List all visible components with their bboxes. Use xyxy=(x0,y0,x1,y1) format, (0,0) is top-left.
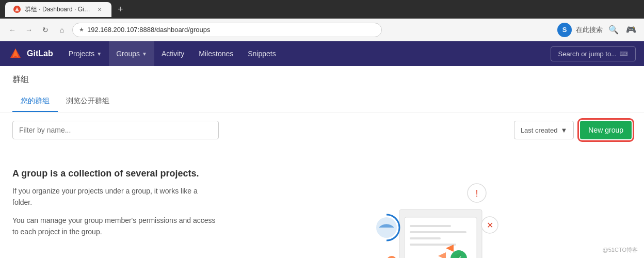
user-profile-button[interactable]: S xyxy=(557,23,572,37)
sort-dropdown[interactable]: Last created ▼ xyxy=(514,121,574,139)
main-area: A group is a collection of several proje… xyxy=(0,148,644,258)
content-heading: A group is a collection of several proje… xyxy=(12,168,219,179)
nav-snippets[interactable]: Snippets xyxy=(240,41,283,66)
projects-dropdown-icon: ▼ xyxy=(96,51,102,57)
tab-close-button[interactable]: ✕ xyxy=(96,6,103,13)
tab-public-groups[interactable]: 浏览公开群组 xyxy=(58,91,118,112)
address-bar[interactable]: ★ 192.168.200.107:8888/dashboard/groups xyxy=(72,23,382,37)
game-button[interactable]: 🎮 xyxy=(624,23,638,37)
browser-chrome: 群组 · Dashboard · GitLab ✕ + xyxy=(0,0,644,19)
nav-activity-label: Activity xyxy=(162,50,184,58)
svg-rect-8 xyxy=(410,237,441,239)
profile-dropdown-text: 在此搜索 xyxy=(576,25,603,35)
watermark: @51CTO博客 xyxy=(603,246,638,254)
search-jump-button[interactable]: Search or jump to... ⌨ xyxy=(551,46,636,61)
svg-rect-7 xyxy=(410,231,466,233)
content-toolbar: Last created ▼ New group xyxy=(0,112,644,148)
nav-groups[interactable]: Groups ▼ xyxy=(109,41,154,66)
sort-dropdown-icon: ▼ xyxy=(560,126,567,134)
page-header: 群组 您的群组 浏览公开群组 xyxy=(0,66,644,112)
browser-tab[interactable]: 群组 · Dashboard · GitLab ✕ xyxy=(5,2,111,17)
browser-actions: S 在此搜索 🔍 🎮 xyxy=(557,23,638,37)
gitlab-logo[interactable]: GitLab xyxy=(8,46,53,61)
content-description: A group is a collection of several proje… xyxy=(12,168,219,244)
tab-your-groups-label: 您的群组 xyxy=(21,96,50,105)
content-para2: You can manage your group member's permi… xyxy=(12,215,219,238)
nav-groups-label: Groups xyxy=(116,50,140,58)
filter-input[interactable] xyxy=(12,121,219,139)
sort-label: Last created xyxy=(521,126,558,134)
search-shortcut-icon: ⌨ xyxy=(620,51,628,57)
gitlab-favicon xyxy=(13,6,21,13)
svg-text:✓: ✓ xyxy=(456,254,462,258)
gitlab-logo-text: GitLab xyxy=(27,49,53,58)
svg-marker-0 xyxy=(15,7,19,11)
forward-button[interactable]: → xyxy=(23,24,35,36)
browser-toolbar: ← → ↻ ⌂ ★ 192.168.200.107:8888/dashboard… xyxy=(0,19,644,41)
page-title: 群组 xyxy=(12,74,632,85)
url-text: 192.168.200.107:8888/dashboard/groups xyxy=(87,26,211,34)
nav-projects-label: Projects xyxy=(69,50,95,58)
gitlab-logo-icon xyxy=(8,46,23,61)
svg-point-20 xyxy=(387,256,397,258)
search-browser-button[interactable]: 🔍 xyxy=(607,23,620,37)
refresh-button[interactable]: ↻ xyxy=(39,24,52,36)
search-jump-label: Search or jump to... xyxy=(558,50,617,58)
nav-snippets-label: Snippets xyxy=(248,50,276,58)
illustration-area: ! ✓ ✕ xyxy=(239,168,632,258)
tab-public-groups-label: 浏览公开群组 xyxy=(66,96,109,105)
groups-illustration: ! ✓ ✕ xyxy=(358,168,513,258)
groups-dropdown-icon: ▼ xyxy=(142,51,147,57)
lock-icon: ★ xyxy=(79,26,84,33)
home-button[interactable]: ⌂ xyxy=(56,24,68,36)
nav-projects[interactable]: Projects ▼ xyxy=(61,41,109,66)
tab-your-groups[interactable]: 您的群组 xyxy=(12,91,58,112)
svg-text:!: ! xyxy=(475,188,478,199)
svg-text:✕: ✕ xyxy=(487,221,493,230)
nav-activity[interactable]: Activity xyxy=(154,41,191,66)
tab-title: 群组 · Dashboard · GitLab xyxy=(25,5,92,14)
content-para1: If you organize your projects under a gr… xyxy=(12,185,219,208)
new-group-button[interactable]: New group xyxy=(580,121,632,139)
svg-rect-6 xyxy=(410,225,451,227)
back-button[interactable]: ← xyxy=(6,24,19,36)
page-content: 群组 您的群组 浏览公开群组 Last created ▼ New group … xyxy=(0,66,644,258)
gitlab-navbar: GitLab Projects ▼ Groups ▼ Activity Mile… xyxy=(0,41,644,66)
nav-milestones-label: Milestones xyxy=(199,50,233,58)
svg-rect-9 xyxy=(410,244,456,246)
nav-milestones[interactable]: Milestones xyxy=(191,41,240,66)
new-tab-button[interactable]: + xyxy=(118,4,123,15)
tabs-bar: 您的群组 浏览公开群组 xyxy=(12,91,632,112)
